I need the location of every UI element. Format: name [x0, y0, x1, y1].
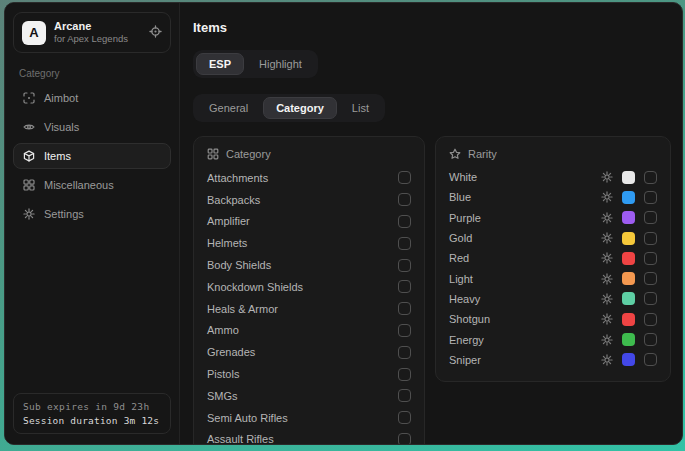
gear-icon[interactable]: [601, 252, 613, 264]
grid-icon: [207, 148, 219, 160]
category-checkbox[interactable]: [398, 324, 411, 337]
category-row: Assault Rifles: [207, 429, 411, 444]
category-checkbox[interactable]: [398, 411, 411, 424]
rarity-row: White: [449, 167, 657, 187]
rarity-color-swatch[interactable]: [622, 292, 635, 305]
category-checkbox[interactable]: [398, 302, 411, 315]
tab-list[interactable]: List: [339, 97, 382, 119]
gear-icon[interactable]: [601, 334, 613, 346]
rarity-row: Energy: [449, 329, 657, 349]
rarity-panel-header: Rarity: [449, 148, 657, 160]
category-row-label: Body Shields: [207, 259, 271, 271]
category-row: Knockdown Shields: [207, 276, 411, 298]
rarity-checkbox[interactable]: [644, 272, 657, 285]
rarity-row: Shotgun: [449, 309, 657, 329]
sidebar-item-visuals[interactable]: Visuals: [13, 114, 171, 140]
box-icon: [23, 150, 35, 162]
category-row: Attachments: [207, 167, 411, 189]
category-checkbox[interactable]: [398, 215, 411, 228]
sidebar-item-miscellaneous[interactable]: Miscellaneous: [13, 172, 171, 198]
category-row-label: Helmets: [207, 237, 247, 249]
rarity-color-swatch[interactable]: [622, 232, 635, 245]
rarity-row-label: Energy: [449, 334, 484, 346]
category-row-label: Backpacks: [207, 194, 260, 206]
rarity-checkbox[interactable]: [644, 333, 657, 346]
rarity-panel-title: Rarity: [468, 148, 497, 160]
category-row-label: Heals & Armor: [207, 303, 278, 315]
category-row: Heals & Armor: [207, 298, 411, 320]
rarity-row-label: Purple: [449, 212, 481, 224]
category-checkbox[interactable]: [398, 433, 411, 444]
category-row: Amplifier: [207, 211, 411, 233]
gear-icon[interactable]: [601, 293, 613, 305]
category-checkbox[interactable]: [398, 389, 411, 402]
gear-icon[interactable]: [601, 191, 613, 203]
mode-highlight[interactable]: Highlight: [246, 53, 315, 75]
category-row: Backpacks: [207, 189, 411, 211]
sidebar-item-label: Miscellaneous: [44, 179, 114, 191]
gear-icon[interactable]: [601, 171, 613, 183]
gear-icon[interactable]: [601, 232, 613, 244]
rarity-checkbox[interactable]: [644, 191, 657, 204]
rarity-color-swatch[interactable]: [622, 252, 635, 265]
eye-icon: [23, 121, 35, 133]
rarity-checkbox[interactable]: [644, 171, 657, 184]
category-row-label: Semi Auto Rifles: [207, 412, 288, 424]
category-checkbox[interactable]: [398, 346, 411, 359]
category-row: Grenades: [207, 341, 411, 363]
subscription-info-card: Sub expires in 9d 23h Session duration 3…: [13, 393, 171, 434]
rarity-checkbox[interactable]: [644, 313, 657, 326]
category-checkbox[interactable]: [398, 237, 411, 250]
rarity-checkbox[interactable]: [644, 292, 657, 305]
rarity-row-label: Shotgun: [449, 313, 490, 325]
rarity-color-swatch[interactable]: [622, 211, 635, 224]
rarity-row: Sniper: [449, 350, 657, 370]
sidebar-item-settings[interactable]: Settings: [13, 201, 171, 227]
rarity-color-swatch[interactable]: [622, 191, 635, 204]
category-checkbox[interactable]: [398, 368, 411, 381]
category-checkbox[interactable]: [398, 171, 411, 184]
rarity-checkbox[interactable]: [644, 353, 657, 366]
gear-icon[interactable]: [601, 212, 613, 224]
panels-row: Category AttachmentsBackpacksAmplifierHe…: [193, 136, 671, 444]
rarity-checkbox[interactable]: [644, 211, 657, 224]
category-checkbox[interactable]: [398, 193, 411, 206]
rarity-row: Purple: [449, 208, 657, 228]
category-row-label: Grenades: [207, 346, 255, 358]
category-panel-header: Category: [207, 148, 411, 160]
star-icon: [449, 148, 461, 160]
category-row: Body Shields: [207, 254, 411, 276]
gear-icon[interactable]: [601, 313, 613, 325]
rarity-checkbox[interactable]: [644, 232, 657, 245]
sidebar-item-items[interactable]: Items: [13, 143, 171, 169]
mode-esp[interactable]: ESP: [196, 53, 244, 75]
tab-general[interactable]: General: [196, 97, 261, 119]
rarity-row: Blue: [449, 187, 657, 207]
category-checkbox[interactable]: [398, 259, 411, 272]
sidebar-item-aimbot[interactable]: Aimbot: [13, 85, 171, 111]
gear-icon[interactable]: [601, 354, 613, 366]
rarity-color-swatch[interactable]: [622, 353, 635, 366]
rarity-color-swatch[interactable]: [622, 272, 635, 285]
esp-mode-toggle: ESPHighlight: [193, 50, 318, 78]
gear-icon: [23, 208, 35, 220]
rarity-color-swatch[interactable]: [622, 313, 635, 326]
tab-category[interactable]: Category: [263, 97, 337, 119]
category-row: Semi Auto Rifles: [207, 407, 411, 429]
target-icon[interactable]: [149, 24, 162, 42]
category-row: Helmets: [207, 232, 411, 254]
rarity-row-label: White: [449, 171, 477, 183]
rarity-checkbox[interactable]: [644, 252, 657, 265]
rarity-color-swatch[interactable]: [622, 171, 635, 184]
sidebar-section-label: Category: [19, 68, 165, 79]
category-checkbox[interactable]: [398, 280, 411, 293]
category-row-label: Ammo: [207, 324, 239, 336]
category-row-label: Amplifier: [207, 215, 250, 227]
app-logo: A: [22, 21, 46, 45]
app-header-card: A Arcane for Apex Legends: [13, 12, 171, 53]
rarity-color-swatch[interactable]: [622, 333, 635, 346]
gear-icon[interactable]: [601, 273, 613, 285]
sidebar-item-label: Items: [44, 150, 71, 162]
rarity-rows: WhiteBluePurpleGoldRedLightHeavyShotgunE…: [449, 167, 657, 370]
category-row: SMGs: [207, 385, 411, 407]
